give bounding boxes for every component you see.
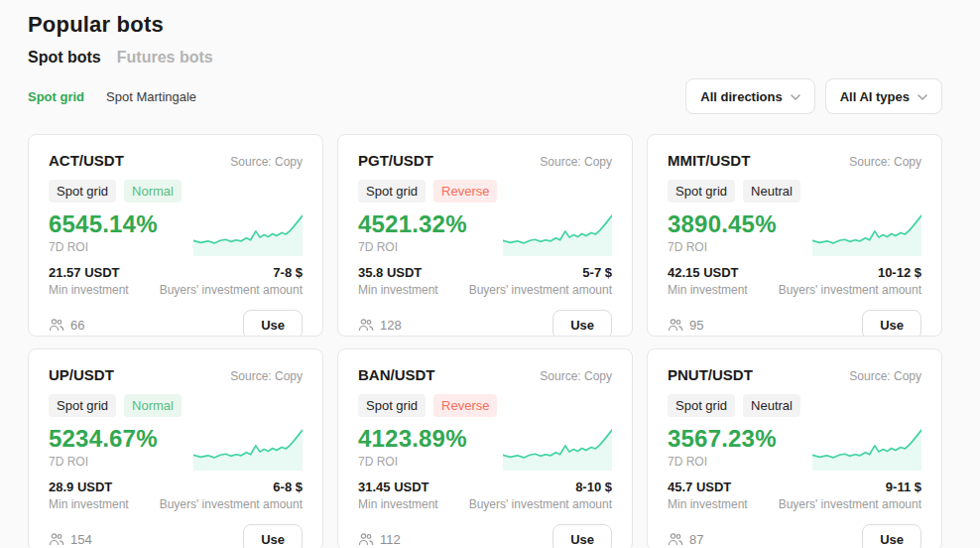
spot-grid-tag: Spot grid (49, 394, 116, 417)
subtab-spot-grid[interactable]: Spot grid (28, 89, 84, 104)
bot-card: BAN/USDT Source: Copy Spot grid Reverse … (337, 348, 633, 548)
copiers-count-value: 95 (689, 318, 703, 333)
min-investment-stat: 35.8 USDT Min investment (358, 265, 438, 297)
min-investment-label: Min investment (358, 283, 438, 297)
roi-block: 4123.89% 7D ROI (358, 425, 467, 469)
chevron-down-icon (791, 94, 800, 100)
copiers-count-value: 87 (689, 532, 703, 547)
buyers-amount-value: 8-10 $ (469, 480, 612, 494)
card-header: PGT/USDT Source: Copy (358, 152, 612, 169)
min-investment-stat: 42.15 USDT Min investment (668, 265, 748, 297)
roi-period-label: 7D ROI (668, 455, 777, 469)
tag-row: Spot grid Neutral (668, 180, 921, 203)
use-button[interactable]: Use (243, 310, 303, 337)
users-icon (358, 532, 374, 546)
tag-row: Spot grid Normal (49, 180, 303, 203)
roi-row: 4521.32% 7D ROI (358, 210, 612, 256)
roi-value: 3567.23% (668, 425, 777, 453)
buyers-amount-label: Buyers' investment amount (779, 497, 921, 511)
subtab-spot-martingale[interactable]: Spot Martingale (106, 89, 196, 104)
stats-row: 45.7 USDT Min investment 9-11 $ Buyers' … (668, 480, 921, 511)
pair-name: BAN/USDT (358, 366, 435, 383)
buyers-amount-stat: 5-7 $ Buyers' investment amount (469, 265, 612, 297)
sparkline-area (193, 215, 303, 256)
spot-grid-tag: Spot grid (358, 394, 426, 417)
source-label: Source: Copy (540, 155, 612, 169)
min-investment-value: 35.8 USDT (358, 265, 438, 280)
min-investment-label: Min investment (668, 283, 748, 297)
use-button[interactable]: Use (862, 310, 921, 337)
direction-tag: Reverse (433, 180, 497, 203)
stats-row: 42.15 USDT Min investment 10-12 $ Buyers… (668, 265, 921, 297)
bot-card: UP/USDT Source: Copy Spot grid Normal 52… (28, 348, 323, 548)
roi-sparkline (193, 427, 303, 471)
copiers-count-value: 154 (70, 532, 92, 547)
direction-tag: Neutral (743, 394, 800, 417)
spot-grid-tag: Spot grid (49, 180, 116, 203)
min-investment-stat: 45.7 USDT Min investment (668, 480, 748, 511)
roi-sparkline (503, 427, 612, 471)
roi-block: 4521.32% 7D ROI (358, 210, 467, 254)
buyers-amount-value: 7-8 $ (160, 265, 303, 280)
tab-futures-bots[interactable]: Futures bots (117, 49, 213, 67)
source-label: Source: Copy (540, 369, 612, 383)
buyers-amount-label: Buyers' investment amount (160, 497, 303, 511)
copiers-count: 112 (358, 532, 401, 547)
filter-row: Spot grid Spot Martingale All directions… (28, 78, 942, 114)
sparkline-area (503, 430, 612, 471)
users-icon (49, 532, 64, 546)
direction-tag: Normal (124, 394, 182, 417)
use-button[interactable]: Use (243, 524, 303, 548)
use-button[interactable]: Use (552, 310, 612, 337)
use-button[interactable]: Use (862, 524, 921, 548)
min-investment-value: 21.57 USDT (49, 265, 129, 280)
bot-type-tabs: Spot bots Futures bots (28, 49, 942, 67)
card-header: BAN/USDT Source: Copy (358, 366, 612, 383)
tab-spot-bots[interactable]: Spot bots (28, 49, 101, 67)
source-label: Source: Copy (849, 155, 921, 169)
buyers-amount-stat: 9-11 $ Buyers' investment amount (779, 480, 921, 511)
bot-card: MMIT/USDT Source: Copy Spot grid Neutral… (647, 134, 942, 337)
use-button[interactable]: Use (552, 524, 612, 548)
copiers-count: 66 (49, 318, 84, 333)
buyers-amount-label: Buyers' investment amount (469, 497, 612, 511)
spot-grid-tag: Spot grid (668, 180, 735, 203)
popular-bots-page: Popular bots Spot bots Futures bots Spot… (0, 0, 980, 548)
roi-block: 5234.67% 7D ROI (49, 425, 158, 469)
min-investment-stat: 21.57 USDT Min investment (49, 265, 129, 297)
bot-card: ACT/USDT Source: Copy Spot grid Normal 6… (28, 134, 323, 337)
stats-row: 21.57 USDT Min investment 7-8 $ Buyers' … (49, 265, 303, 297)
roi-period-label: 7D ROI (668, 240, 777, 254)
min-investment-value: 28.9 USDT (49, 480, 129, 494)
spot-grid-tag: Spot grid (668, 394, 735, 417)
card-header: ACT/USDT Source: Copy (49, 152, 303, 169)
tag-row: Spot grid Reverse (358, 394, 612, 417)
spot-grid-tag: Spot grid (358, 180, 426, 203)
roi-block: 6545.14% 7D ROI (49, 210, 158, 254)
sparkline-area (812, 215, 921, 256)
stats-row: 28.9 USDT Min investment 6-8 $ Buyers' i… (49, 480, 303, 511)
bots-grid: ACT/USDT Source: Copy Spot grid Normal 6… (28, 134, 942, 548)
roi-period-label: 7D ROI (358, 240, 467, 254)
min-investment-value: 42.15 USDT (668, 265, 748, 280)
all-directions-dropdown[interactable]: All directions (685, 78, 814, 114)
min-investment-stat: 28.9 USDT Min investment (49, 480, 129, 511)
pair-name: UP/USDT (49, 366, 114, 383)
all-directions-label: All directions (700, 89, 782, 104)
sparkline-area (193, 430, 303, 471)
min-investment-label: Min investment (358, 497, 438, 511)
min-investment-value: 45.7 USDT (668, 480, 748, 494)
copiers-count: 128 (358, 318, 402, 333)
buyers-amount-value: 9-11 $ (779, 480, 921, 494)
buyers-amount-stat: 10-12 $ Buyers' investment amount (779, 265, 921, 297)
copiers-count: 87 (668, 532, 703, 547)
source-label: Source: Copy (230, 369, 303, 383)
buyers-amount-stat: 7-8 $ Buyers' investment amount (160, 265, 303, 297)
all-ai-types-dropdown[interactable]: All AI types (825, 78, 942, 114)
page-title: Popular bots (28, 12, 942, 38)
card-header: MMIT/USDT Source: Copy (668, 152, 921, 169)
roi-value: 3890.45% (668, 210, 777, 238)
roi-row: 3567.23% 7D ROI (668, 425, 921, 471)
copiers-count: 154 (49, 532, 92, 547)
card-header: UP/USDT Source: Copy (49, 366, 303, 383)
